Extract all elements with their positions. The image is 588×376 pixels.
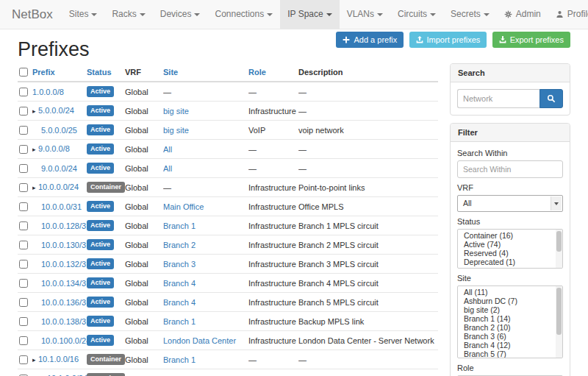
prefix-link[interactable]: 10.0.100.0/24: [41, 336, 87, 345]
site-option[interactable]: Branch 5 (7): [458, 350, 562, 358]
status-badge: Active: [87, 143, 114, 155]
row-checkbox[interactable]: [19, 298, 28, 307]
site-link[interactable]: Branch 2: [163, 241, 196, 249]
prefix-link[interactable]: 10.0.0.132/31: [41, 260, 87, 269]
site-link[interactable]: Branch 4: [163, 298, 196, 307]
expand-arrow-icon[interactable]: ▸: [32, 183, 38, 192]
prefix-link[interactable]: 10.0.0.0/31: [41, 202, 82, 211]
site-link[interactable]: All: [163, 145, 172, 154]
site-link[interactable]: London Data Center: [163, 336, 236, 345]
add-prefix-button[interactable]: Add a prefix: [336, 32, 404, 48]
expand-arrow-icon[interactable]: ▸: [32, 107, 38, 116]
column-header-vrf: VRF: [125, 63, 163, 82]
status-option[interactable]: Container (16): [458, 231, 562, 240]
site-link[interactable]: Branch 3: [163, 260, 196, 269]
row-checkbox[interactable]: [19, 317, 28, 326]
description-cell: Branch 1 P2P: [298, 369, 438, 376]
site-option[interactable]: Ashburn DC (7): [458, 297, 562, 305]
site-option[interactable]: big site (2): [458, 305, 562, 314]
row-checkbox[interactable]: [19, 279, 28, 288]
row-checkbox[interactable]: [19, 126, 28, 135]
expand-arrow-icon[interactable]: ▸: [32, 145, 38, 154]
chevron-down-icon: [551, 196, 562, 210]
site-link[interactable]: Branch 1: [163, 221, 196, 230]
row-checkbox[interactable]: [19, 336, 28, 345]
nav-item-ip-space[interactable]: IP Space: [280, 0, 339, 29]
row-checkbox[interactable]: [19, 221, 28, 230]
vrf-cell: Global: [125, 216, 163, 235]
site-link[interactable]: Main Office: [163, 202, 204, 211]
status-badge: Active: [87, 277, 114, 288]
column-header-status[interactable]: Status: [87, 63, 125, 82]
brand-logo[interactable]: NetBox: [7, 0, 62, 29]
nav-item-secrets[interactable]: Secrets: [443, 0, 497, 29]
column-header-site[interactable]: Site: [163, 63, 248, 82]
vrf-select[interactable]: All: [457, 195, 563, 212]
column-header-prefix[interactable]: Prefix: [32, 63, 87, 82]
chevron-down-icon: [194, 13, 200, 16]
search-within-input[interactable]: [457, 160, 563, 178]
site-link[interactable]: Branch 4: [163, 279, 196, 288]
site-option[interactable]: All (11): [458, 288, 562, 297]
row-checkbox[interactable]: [19, 164, 28, 173]
prefix-link[interactable]: 1.0.0.0/8: [32, 88, 64, 96]
nav-item-vlans[interactable]: VLANs: [340, 0, 390, 29]
site-cell: —: [163, 178, 248, 197]
row-checkbox[interactable]: [19, 88, 28, 96]
nav-item-circuits[interactable]: Circuits: [390, 0, 443, 29]
site-scrollbar[interactable]: [556, 286, 562, 358]
search-input[interactable]: [457, 89, 539, 108]
row-checkbox[interactable]: [19, 260, 28, 269]
nav-item-devices[interactable]: Devices: [153, 0, 208, 29]
prefix-link[interactable]: 10.0.0.128/31: [41, 221, 87, 230]
site-link[interactable]: All: [163, 164, 172, 173]
expand-arrow-icon[interactable]: ▸: [32, 355, 38, 364]
nav-item-connections[interactable]: Connections: [207, 0, 280, 29]
prefix-link[interactable]: 9.0.0.0/8: [38, 144, 70, 153]
status-option[interactable]: Deprecated (1): [458, 258, 562, 266]
row-checkbox[interactable]: [19, 183, 28, 192]
prefix-link[interactable]: 10.0.0.134/31: [41, 279, 87, 288]
nav-item-racks[interactable]: Racks: [104, 0, 152, 29]
site-option[interactable]: Branch 4 (12): [458, 341, 562, 350]
prefix-link[interactable]: 10.0.0.130/31: [41, 241, 87, 249]
role-cell: Infrastructure: [248, 178, 298, 197]
role-cell: Infrastructure: [248, 331, 298, 350]
prefix-link[interactable]: 5.0.0.0/25: [41, 126, 77, 135]
site-option[interactable]: Branch 1 (14): [458, 314, 562, 323]
search-button[interactable]: [539, 89, 563, 108]
import-prefixes-button[interactable]: Import prefixes: [409, 32, 487, 48]
export-prefixes-button[interactable]: Export prefixes: [492, 32, 570, 48]
site-option[interactable]: Branch 3 (6): [458, 332, 562, 341]
prefix-link[interactable]: 9.0.0.0/24: [41, 164, 77, 173]
site-link[interactable]: big site: [163, 126, 189, 135]
prefix-link[interactable]: 10.0.0.0/24: [38, 182, 79, 191]
select-all-checkbox[interactable]: [19, 68, 28, 77]
site-option[interactable]: Branch 2 (10): [458, 323, 562, 332]
profile-link[interactable]: Profile: [548, 0, 588, 29]
row-checkbox[interactable]: [19, 107, 28, 116]
description-cell: Backup MPLS link: [298, 312, 438, 331]
prefix-link[interactable]: 5.0.0.0/24: [38, 106, 74, 115]
prefix-link[interactable]: 10.1.0.0/16: [38, 355, 79, 363]
row-checkbox[interactable]: [19, 145, 28, 154]
prefix-link[interactable]: 10.0.0.136/31: [41, 298, 87, 307]
site-label: Site: [457, 274, 563, 283]
row-checkbox[interactable]: [19, 202, 28, 211]
status-option[interactable]: Reserved (4): [458, 249, 562, 258]
site-link[interactable]: big site: [163, 107, 189, 116]
site-link[interactable]: Branch 1: [163, 317, 196, 326]
site-link[interactable]: Branch 1: [163, 355, 196, 364]
chevron-down-icon: [326, 13, 332, 16]
prefix-link[interactable]: 10.0.0.138/31: [41, 317, 87, 326]
status-scrollbar[interactable]: [556, 230, 562, 268]
status-listbox[interactable]: Container (16)Active (74)Reserved (4)Dep…: [457, 229, 563, 269]
column-header-role[interactable]: Role: [248, 63, 298, 82]
role-cell: Infrastructure: [248, 255, 298, 274]
row-checkbox[interactable]: [19, 241, 28, 249]
admin-link[interactable]: Admin: [497, 0, 548, 29]
row-checkbox[interactable]: [19, 355, 28, 364]
nav-item-sites[interactable]: Sites: [62, 0, 105, 29]
site-listbox[interactable]: All (11)Ashburn DC (7)big site (2)Branch…: [457, 285, 563, 358]
status-option[interactable]: Active (74): [458, 240, 562, 249]
